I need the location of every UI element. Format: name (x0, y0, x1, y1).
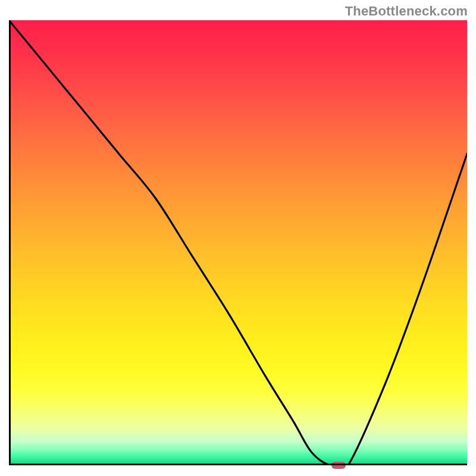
curve-path (9, 20, 467, 465)
min-marker (331, 462, 346, 469)
chart-container: TheBottleneck.com (0, 0, 476, 476)
curve-svg (9, 20, 467, 465)
watermark-text: TheBottleneck.com (345, 4, 468, 19)
x-axis (9, 464, 467, 465)
y-axis (9, 20, 11, 465)
